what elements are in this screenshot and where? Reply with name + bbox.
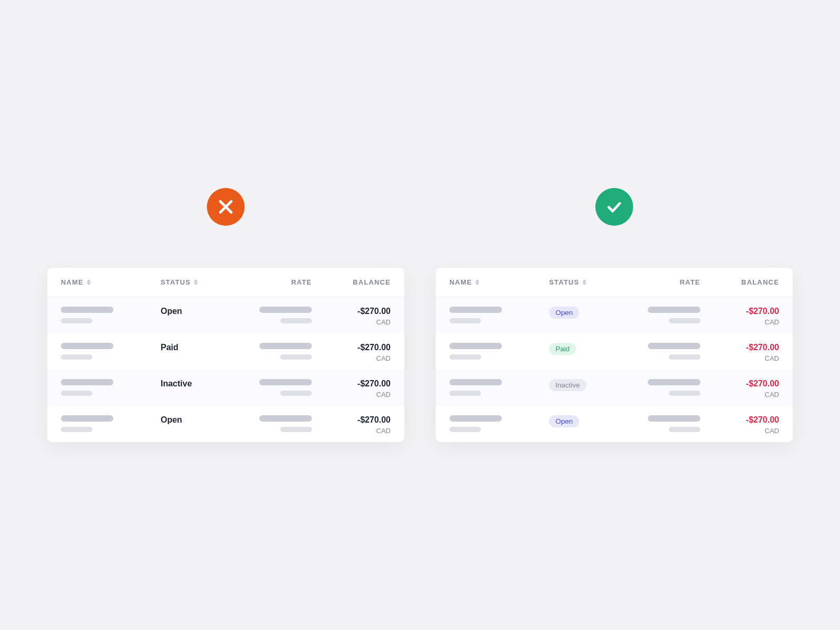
placeholder-line — [280, 318, 312, 323]
col-label: STATUS — [549, 278, 579, 286]
status-badge: Paid — [549, 343, 576, 355]
cell-rate — [638, 307, 700, 323]
placeholder-line — [648, 307, 700, 313]
balance-currency: CAD — [700, 427, 779, 435]
table-row[interactable]: Open-$270.00CAD — [47, 297, 404, 333]
col-header-rate: RATE — [638, 278, 700, 286]
placeholder-line — [259, 379, 312, 385]
cell-name — [61, 379, 161, 396]
sort-icon — [87, 279, 91, 285]
placeholder-line — [648, 343, 700, 349]
placeholder-line — [61, 391, 92, 396]
col-label: RATE — [291, 278, 312, 286]
placeholder-line — [61, 354, 92, 360]
cell-rate — [250, 379, 312, 396]
placeholder-line — [449, 318, 481, 323]
table-row[interactable]: Inactive-$270.00CAD — [47, 370, 404, 406]
balance-amount: -$270.00 — [312, 343, 391, 352]
placeholder-line — [61, 415, 113, 422]
table-row[interactable]: Inactive-$270.00CAD — [436, 370, 793, 406]
placeholder-line — [449, 379, 502, 385]
table-row[interactable]: Paid-$270.00CAD — [47, 333, 404, 370]
cell-rate — [638, 343, 700, 360]
status-badge: Open — [549, 307, 579, 319]
placeholder-line — [648, 415, 700, 422]
cell-status: Open — [549, 415, 638, 427]
cell-rate — [638, 379, 700, 396]
placeholder-line — [449, 415, 502, 422]
placeholder-line — [61, 318, 92, 323]
cell-status: Paid — [161, 343, 250, 352]
table-header: NAME STATUS RATE BALANCE — [47, 268, 404, 297]
cell-balance: -$270.00CAD — [312, 379, 391, 398]
col-header-rate: RATE — [250, 278, 312, 286]
placeholder-line — [61, 343, 113, 349]
cell-status: Open — [549, 307, 638, 319]
balance-amount: -$270.00 — [312, 379, 391, 388]
cell-balance: -$270.00CAD — [312, 415, 391, 435]
cell-name — [449, 415, 549, 432]
balance-amount: -$270.00 — [700, 343, 779, 352]
placeholder-line — [259, 343, 312, 349]
cell-name — [449, 307, 549, 323]
placeholder-line — [669, 318, 700, 323]
placeholder-line — [648, 379, 700, 385]
table-row[interactable]: Open-$270.00CAD — [436, 406, 793, 442]
cell-name — [61, 307, 161, 323]
placeholder-line — [280, 354, 312, 360]
sort-icon — [582, 279, 586, 285]
placeholder-line — [449, 307, 502, 313]
cell-rate — [250, 307, 312, 323]
correct-badge — [595, 188, 633, 226]
table-row[interactable]: Open-$270.00CAD — [47, 406, 404, 442]
balance-currency: CAD — [700, 318, 779, 326]
col-label: BALANCE — [741, 278, 779, 286]
balance-amount: -$270.00 — [700, 415, 779, 425]
sort-icon — [475, 279, 479, 285]
balance-currency: CAD — [312, 354, 391, 362]
table-card: NAME STATUS RATE BALANCE Open-$270.00CAD… — [47, 268, 404, 442]
col-header-status[interactable]: STATUS — [161, 278, 250, 286]
col-label: NAME — [449, 278, 472, 286]
balance-currency: CAD — [312, 391, 391, 398]
cell-name — [61, 343, 161, 360]
table-body-right: Open-$270.00CADPaid-$270.00CADInactive-$… — [436, 297, 793, 442]
placeholder-line — [669, 391, 700, 396]
cell-status: Inactive — [161, 379, 250, 388]
placeholder-line — [61, 427, 92, 432]
col-label: NAME — [61, 278, 83, 286]
balance-amount: -$270.00 — [312, 307, 391, 316]
col-label: STATUS — [161, 278, 191, 286]
balance-amount: -$270.00 — [700, 307, 779, 316]
balance-currency: CAD — [312, 427, 391, 435]
cell-status: Open — [161, 307, 250, 316]
status-text: Open — [161, 415, 182, 425]
cell-name — [449, 379, 549, 396]
status-text: Open — [161, 307, 182, 316]
cell-balance: -$270.00CAD — [700, 307, 779, 326]
check-icon — [605, 197, 624, 216]
cell-status: Paid — [549, 343, 638, 355]
table-row[interactable]: Open-$270.00CAD — [436, 297, 793, 333]
placeholder-line — [280, 391, 312, 396]
status-badge: Inactive — [549, 379, 586, 391]
table-card: NAME STATUS RATE BALANCE Open-$270.00CAD… — [436, 268, 793, 442]
placeholder-line — [61, 307, 113, 313]
col-header-status[interactable]: STATUS — [549, 278, 638, 286]
placeholder-line — [280, 427, 312, 432]
example-incorrect: NAME STATUS RATE BALANCE Open-$270.00CAD… — [47, 188, 404, 442]
placeholder-line — [449, 343, 502, 349]
placeholder-line — [449, 354, 481, 360]
table-row[interactable]: Paid-$270.00CAD — [436, 333, 793, 370]
balance-currency: CAD — [312, 318, 391, 326]
cell-status: Inactive — [549, 379, 638, 391]
status-text: Paid — [161, 343, 178, 352]
placeholder-line — [259, 307, 312, 313]
cell-balance: -$270.00CAD — [700, 379, 779, 398]
col-header-name[interactable]: NAME — [449, 278, 549, 286]
placeholder-line — [669, 354, 700, 360]
status-badge: Open — [549, 415, 579, 427]
incorrect-badge — [207, 188, 245, 226]
col-header-name[interactable]: NAME — [61, 278, 161, 286]
cell-rate — [250, 343, 312, 360]
